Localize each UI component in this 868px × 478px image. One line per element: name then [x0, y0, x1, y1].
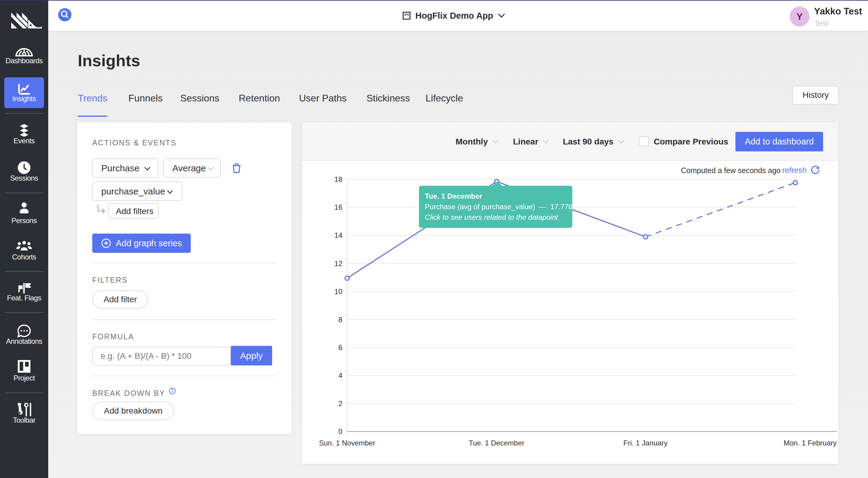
svg-text:10: 10: [334, 287, 342, 296]
svg-text:Sun. 1 November: Sun. 1 November: [319, 439, 375, 447]
svg-text:16: 16: [334, 203, 342, 211]
svg-text:18: 18: [334, 175, 342, 183]
svg-text:0: 0: [338, 428, 342, 436]
svg-text:12: 12: [334, 260, 342, 268]
svg-text:14: 14: [334, 231, 342, 239]
svg-text:Mon. 1 February: Mon. 1 February: [784, 439, 837, 447]
svg-text:6: 6: [338, 343, 342, 351]
svg-text:Tue. 1 December: Tue. 1 December: [469, 439, 524, 447]
svg-text:4: 4: [338, 371, 342, 380]
svg-text:Fri. 1 January: Fri. 1 January: [623, 439, 668, 447]
svg-text:8: 8: [338, 315, 342, 323]
svg-text:2: 2: [338, 400, 342, 408]
